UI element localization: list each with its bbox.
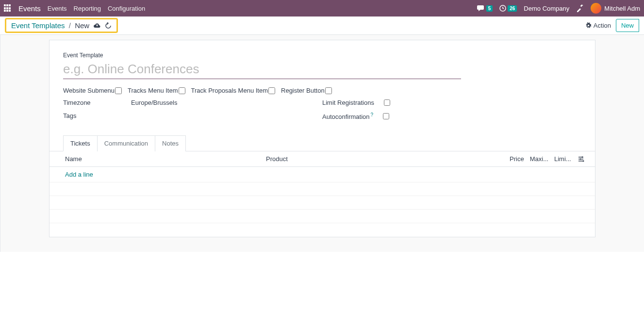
breadcrumb-root[interactable]: Event Templates — [11, 21, 65, 30]
tabs: Tickets Communication Notes — [50, 135, 595, 151]
label-website-submenu: Website Submenu — [63, 87, 115, 94]
top-navbar: Events Events Reporting Configuration 5 … — [0, 0, 644, 16]
label-tracks-menu-item: Tracks Menu Item — [128, 87, 178, 94]
th-price[interactable]: Price — [498, 151, 527, 167]
apps-icon[interactable] — [4, 4, 12, 12]
columns-settings-icon[interactable] — [578, 156, 585, 162]
tab-notes[interactable]: Notes — [155, 135, 186, 151]
chat-count: 5 — [486, 5, 493, 12]
tickets-table: Name Product Price Maxi... Limi... Add a… — [50, 151, 595, 237]
help-icon[interactable]: ? — [371, 112, 374, 117]
avatar — [591, 3, 601, 14]
label-register-button: Register Button — [281, 87, 325, 94]
app-name[interactable]: Events — [18, 4, 41, 13]
breadcrumb-separator: / — [69, 21, 71, 30]
activities-button[interactable]: 26 — [499, 5, 517, 12]
empty-row — [50, 196, 595, 210]
empty-row — [50, 210, 595, 223]
company-name[interactable]: Demo Company — [524, 5, 569, 12]
label-tags: Tags — [63, 112, 131, 119]
label-timezone: Timezone — [63, 99, 131, 106]
tab-tickets[interactable]: Tickets — [63, 135, 98, 151]
empty-row — [50, 182, 595, 196]
control-bar: Event Templates / New Action New — [0, 16, 644, 35]
breadcrumb: Event Templates / New — [11, 21, 89, 30]
discard-icon[interactable] — [105, 22, 112, 29]
breadcrumb-highlight: Event Templates / New — [5, 18, 118, 33]
label-track-proposals: Track Proposals Menu Item — [191, 87, 268, 94]
empty-row — [50, 223, 595, 237]
checkbox-register-button[interactable] — [325, 87, 332, 94]
sheet-background: Event Template Website Submenu Tracks Me… — [0, 35, 644, 252]
user-menu[interactable]: Mitchell Adm — [591, 3, 640, 14]
svg-rect-3 — [578, 161, 583, 162]
th-maximum[interactable]: Maxi... — [527, 151, 551, 167]
nav-item-events[interactable]: Events — [48, 5, 67, 12]
chat-icon — [477, 5, 485, 12]
add-line-link[interactable]: Add a line — [65, 171, 93, 178]
breadcrumb-current: New — [75, 21, 89, 30]
checkbox-website-submenu[interactable] — [115, 87, 122, 94]
user-name: Mitchell Adm — [604, 5, 640, 12]
form-sheet: Event Template Website Submenu Tracks Me… — [49, 40, 595, 237]
checkbox-autoconfirmation[interactable] — [383, 113, 389, 119]
tools-icon[interactable] — [576, 4, 584, 12]
cloud-save-icon[interactable] — [93, 22, 101, 29]
label-autoconfirmation: Autoconfirmation — [322, 113, 370, 120]
nav-item-configuration[interactable]: Configuration — [108, 5, 145, 12]
label-event-template: Event Template — [63, 52, 581, 59]
tab-communication[interactable]: Communication — [97, 135, 155, 151]
clock-count: 26 — [508, 5, 517, 12]
checkbox-tracks-menu-item[interactable] — [179, 87, 185, 94]
svg-point-6 — [583, 160, 584, 162]
messaging-button[interactable]: 5 — [477, 5, 493, 12]
th-name[interactable]: Name — [50, 151, 263, 167]
action-button[interactable]: Action — [585, 22, 611, 29]
th-product[interactable]: Product — [263, 151, 498, 167]
nav-item-reporting[interactable]: Reporting — [74, 5, 101, 12]
clock-icon — [499, 5, 506, 12]
new-button[interactable]: New — [616, 19, 639, 32]
checkbox-limit-registrations[interactable] — [384, 99, 390, 106]
value-timezone[interactable]: Europe/Brussels — [131, 99, 177, 106]
label-limit-registrations: Limit Registrations — [322, 99, 374, 106]
svg-point-4 — [582, 156, 583, 158]
checkbox-track-proposals[interactable] — [268, 87, 275, 94]
th-limit[interactable]: Limi... — [551, 151, 576, 167]
gear-icon — [585, 22, 592, 29]
event-template-input[interactable] — [63, 60, 461, 79]
svg-point-5 — [580, 158, 581, 160]
